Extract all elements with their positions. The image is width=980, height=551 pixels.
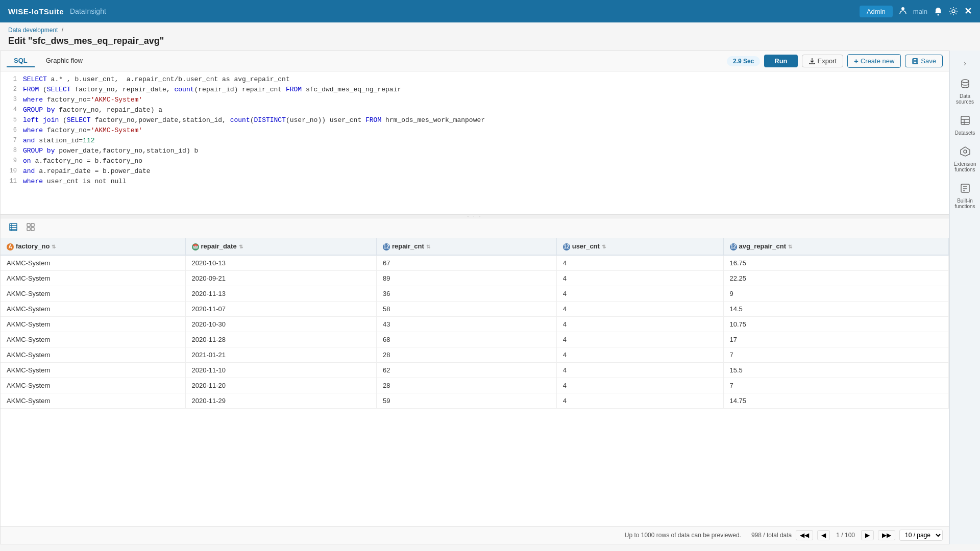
card-view-button[interactable] bbox=[24, 221, 37, 235]
sql-line: 9on a.factory_no = b.factory_no bbox=[1, 157, 949, 167]
sql-line: 7and station_id=112 bbox=[1, 137, 949, 147]
collapse-button[interactable]: › bbox=[962, 55, 968, 72]
sql-line: 8GROUP by power_date,factory_no,station_… bbox=[1, 147, 949, 157]
table-cell: AKMC-System bbox=[1, 316, 185, 332]
column-header-user_cnt[interactable]: 12user_cnt⇅ bbox=[556, 238, 723, 255]
save-button[interactable]: Save bbox=[905, 55, 943, 67]
table-cell: 16.75 bbox=[723, 255, 948, 271]
table-cell: 4 bbox=[556, 347, 723, 362]
table-row: AKMC-System2020-11-133649 bbox=[1, 286, 949, 301]
sidebar-builtin-button[interactable]: Built-in functions bbox=[951, 179, 979, 213]
breadcrumb-parent[interactable]: Data development bbox=[8, 27, 58, 34]
table-cell: AKMC-System bbox=[1, 393, 185, 408]
sql-text: SELECT a.* , b.user_cnt, a.repair_cnt/b.… bbox=[23, 76, 290, 83]
column-header-repair_date[interactable]: 📅repair_date⇅ bbox=[185, 238, 376, 255]
table-cell: 89 bbox=[376, 270, 556, 286]
table-cell: 9 bbox=[723, 286, 948, 301]
sql-text: where factory_no='AKMC-System' bbox=[23, 96, 142, 104]
svg-point-0 bbox=[901, 7, 904, 10]
first-page-button[interactable]: ◀◀ bbox=[796, 530, 813, 540]
table-cell: 43 bbox=[376, 316, 556, 332]
table-row: AKMC-System2020-11-0758414.5 bbox=[1, 301, 949, 316]
run-button[interactable]: Run bbox=[764, 55, 797, 67]
editor-toolbar: SQL Graphic flow 2.9 Sec Run Export + Cr… bbox=[1, 51, 949, 71]
table-cell: AKMC-System bbox=[1, 270, 185, 286]
result-toolbar bbox=[1, 218, 949, 238]
total-data: 998 / total data bbox=[751, 532, 792, 539]
sql-text: where factory_no='AKMC-System' bbox=[23, 127, 142, 134]
table-cell: 4 bbox=[556, 362, 723, 378]
table-cell: 4 bbox=[556, 393, 723, 408]
builtin-label: Built-in functions bbox=[953, 198, 977, 209]
gear-button[interactable] bbox=[949, 7, 958, 16]
table-row: AKMC-System2020-09-2189422.25 bbox=[1, 270, 949, 286]
sql-text: left join (SELECT factory_no,power_date,… bbox=[23, 116, 485, 124]
top-nav: WISE-IoTSuite DataInsight Admin main ✕ bbox=[0, 0, 980, 22]
next-page-button[interactable]: ▶ bbox=[861, 530, 874, 540]
line-number: 7 bbox=[5, 137, 17, 144]
datasources-label: Data sources bbox=[953, 93, 977, 105]
table-row: AKMC-System2021-01-212847 bbox=[1, 347, 949, 362]
table-cell: 10.75 bbox=[723, 316, 948, 332]
line-number: 2 bbox=[5, 86, 17, 93]
table-cell: 28 bbox=[376, 378, 556, 393]
column-header-avg_repair_cnt[interactable]: 12avg_repair_cnt⇅ bbox=[723, 238, 948, 255]
table-cell: 68 bbox=[376, 332, 556, 347]
close-nav-button[interactable]: ✕ bbox=[964, 6, 972, 17]
result-table: Afactory_no⇅📅repair_date⇅12repair_cnt⇅12… bbox=[1, 238, 949, 409]
sql-line: 11where user_cnt is not null bbox=[1, 178, 949, 188]
sql-line: 6where factory_no='AKMC-System' bbox=[1, 127, 949, 137]
per-page-select[interactable]: 10 / page bbox=[899, 530, 943, 541]
main-area: SQL Graphic flow 2.9 Sec Run Export + Cr… bbox=[0, 51, 980, 544]
main-label: main bbox=[913, 8, 927, 15]
table-cell: 2020-10-30 bbox=[185, 316, 376, 332]
svg-rect-14 bbox=[31, 228, 34, 231]
table-cell: 2020-11-20 bbox=[185, 378, 376, 393]
table-row: AKMC-System2020-11-2868417 bbox=[1, 332, 949, 347]
extension-label: Extension functions bbox=[953, 161, 977, 172]
svg-rect-11 bbox=[27, 223, 30, 227]
create-new-button[interactable]: + Create new bbox=[847, 54, 901, 68]
svg-rect-13 bbox=[27, 228, 30, 231]
resizer[interactable]: · · · bbox=[1, 214, 949, 218]
table-cell: 2021-01-21 bbox=[185, 347, 376, 362]
sql-line: 10and a.repair_date = b.power_date bbox=[1, 167, 949, 178]
column-header-factory_no[interactable]: Afactory_no⇅ bbox=[1, 238, 185, 255]
bell-button[interactable] bbox=[934, 7, 943, 16]
tab-graphic[interactable]: Graphic flow bbox=[39, 55, 90, 67]
table-view-button[interactable] bbox=[7, 221, 20, 235]
sidebar-extension-button[interactable]: Extension functions bbox=[951, 142, 979, 177]
user-icon bbox=[899, 7, 907, 16]
export-button[interactable]: Export bbox=[802, 55, 844, 67]
sidebar-datasources-button[interactable]: Data sources bbox=[951, 74, 979, 109]
pagination-bar: Up to 1000 rows of data can be previewed… bbox=[1, 526, 949, 544]
brand-area: WISE-IoTSuite DataInsight bbox=[8, 7, 106, 16]
sql-text: FROM (SELECT factory_no, repair_date, co… bbox=[23, 86, 401, 93]
brand-name: WISE-IoTSuite bbox=[8, 7, 64, 16]
sidebar-datasets-button[interactable]: Datasets bbox=[951, 111, 979, 140]
builtin-icon bbox=[960, 183, 971, 196]
tab-sql[interactable]: SQL bbox=[7, 55, 35, 67]
table-row: AKMC-System2020-11-2959414.75 bbox=[1, 393, 949, 408]
line-number: 9 bbox=[5, 157, 17, 164]
last-page-button[interactable]: ▶▶ bbox=[878, 530, 895, 540]
prev-page-button[interactable]: ◀ bbox=[817, 530, 830, 540]
export-label: Export bbox=[818, 57, 837, 65]
line-number: 8 bbox=[5, 147, 17, 154]
table-cell: 2020-11-29 bbox=[185, 393, 376, 408]
table-cell: 4 bbox=[556, 316, 723, 332]
line-number: 10 bbox=[5, 167, 17, 174]
table-row: AKMC-System2020-10-3043410.75 bbox=[1, 316, 949, 332]
sql-text: and a.repair_date = b.power_date bbox=[23, 167, 151, 175]
table-cell: 17 bbox=[723, 332, 948, 347]
datasources-icon bbox=[960, 78, 971, 92]
svg-point-21 bbox=[964, 150, 967, 153]
table-cell: 59 bbox=[376, 393, 556, 408]
line-number: 5 bbox=[5, 116, 17, 123]
sql-editor[interactable]: 1SELECT a.* , b.user_cnt, a.repair_cnt/b… bbox=[1, 71, 949, 214]
right-sidebar: › Data sources Datasets Extension functi… bbox=[949, 51, 980, 544]
admin-button[interactable]: Admin bbox=[860, 6, 893, 17]
table-row: AKMC-System2020-11-1062415.5 bbox=[1, 362, 949, 378]
sql-text: on a.factory_no = b.factory_no bbox=[23, 157, 142, 165]
column-header-repair_cnt[interactable]: 12repair_cnt⇅ bbox=[376, 238, 556, 255]
